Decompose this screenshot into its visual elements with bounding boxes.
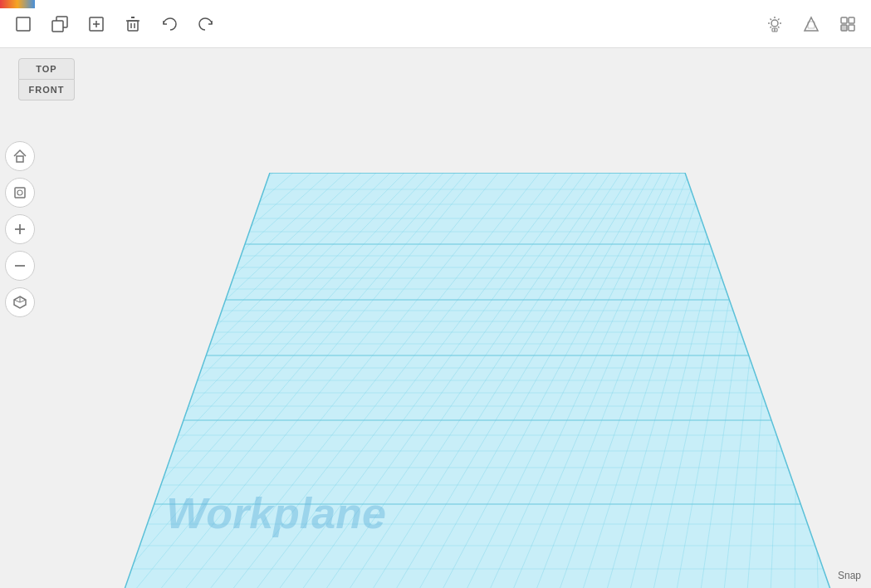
svg-line-35 — [14, 300, 20, 302]
svg-point-29 — [17, 190, 22, 195]
new-button[interactable] — [7, 7, 40, 41]
svg-line-97 — [816, 173, 839, 588]
view-cube-top[interactable]: TOP — [18, 58, 75, 80]
svg-line-16 — [771, 18, 772, 20]
workplane-grid — [116, 173, 839, 588]
svg-point-11 — [771, 20, 778, 27]
svg-rect-26 — [849, 25, 854, 31]
left-nav — [5, 141, 35, 317]
svg-line-19 — [771, 27, 772, 28]
svg-rect-23 — [841, 17, 847, 23]
copy-button[interactable] — [43, 7, 76, 41]
svg-line-18 — [778, 18, 780, 20]
svg-rect-24 — [849, 17, 854, 23]
svg-rect-0 — [17, 17, 30, 31]
zoom-out-nav-button[interactable] — [5, 251, 35, 281]
view-cube-front[interactable]: FRONT — [18, 80, 75, 100]
svg-rect-28 — [15, 188, 25, 198]
undo-button[interactable] — [153, 7, 186, 41]
duplicate-button[interactable] — [80, 7, 113, 41]
toolbar — [0, 0, 871, 48]
svg-line-17 — [778, 27, 780, 28]
light-button[interactable] — [758, 7, 791, 41]
svg-rect-27 — [17, 156, 23, 162]
svg-rect-25 — [841, 25, 847, 31]
3d-view-nav-button[interactable] — [5, 287, 35, 317]
toolbar-right — [758, 7, 864, 41]
svg-line-34 — [20, 300, 26, 302]
zoom-in-nav-button[interactable] — [5, 214, 35, 244]
delete-button[interactable] — [116, 7, 149, 41]
home-nav-button[interactable] — [5, 141, 35, 171]
shape-button[interactable] — [795, 7, 828, 41]
view-toggle-button[interactable] — [831, 7, 864, 41]
viewport[interactable]: Workplane Snap — [0, 48, 871, 588]
svg-rect-6 — [128, 21, 138, 31]
svg-rect-2 — [52, 21, 63, 32]
snap-label: Snap — [838, 570, 861, 581]
fit-nav-button[interactable] — [5, 178, 35, 208]
view-cube: TOP FRONT — [18, 58, 75, 100]
redo-button[interactable] — [189, 7, 223, 41]
app-logo — [0, 0, 35, 8]
